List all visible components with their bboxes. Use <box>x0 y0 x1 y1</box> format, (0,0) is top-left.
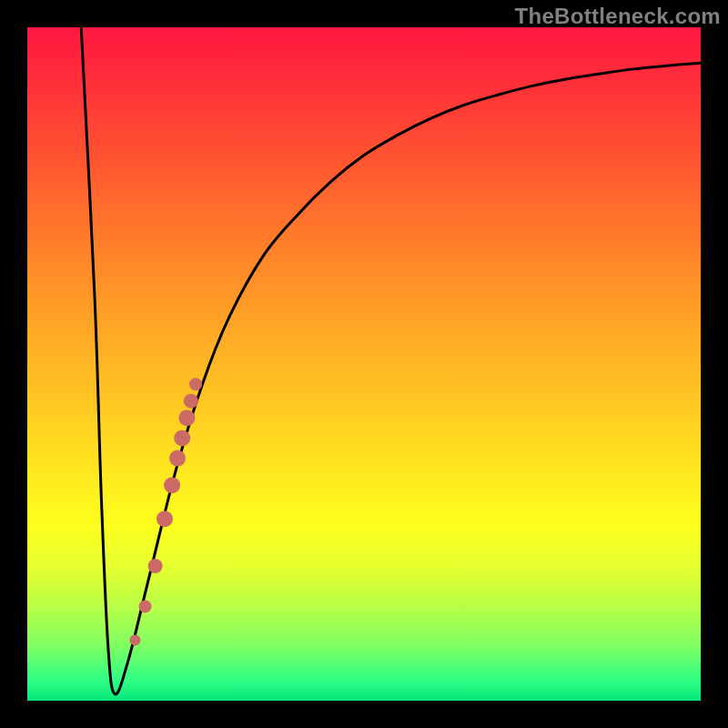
data-point <box>169 450 186 467</box>
data-point <box>178 410 195 426</box>
data-points <box>129 378 202 645</box>
data-point <box>189 378 202 390</box>
data-point <box>129 634 140 645</box>
watermark-text: TheBottleneck.com <box>515 4 721 29</box>
data-point <box>157 511 173 527</box>
bottleneck-curve <box>81 27 701 694</box>
data-point <box>148 559 163 573</box>
data-point <box>174 430 190 446</box>
curve-layer <box>27 27 701 701</box>
plot-area <box>27 27 701 701</box>
data-point <box>164 477 180 493</box>
data-point <box>184 394 198 409</box>
data-point <box>139 600 152 612</box>
chart-frame: TheBottleneck.com <box>0 0 728 728</box>
